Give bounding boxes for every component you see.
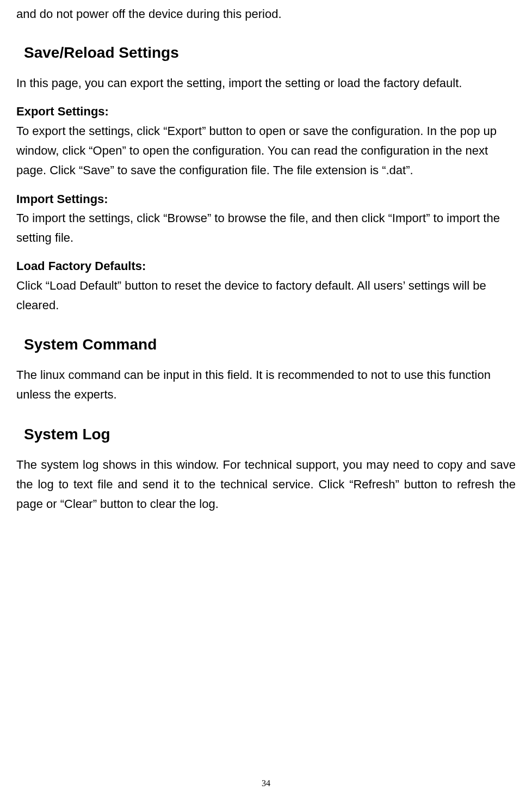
subheading-load-defaults: Load Factory Defaults: [16,256,516,275]
block-load-defaults: Load Factory Defaults: Click “Load Defau… [16,256,516,315]
heading-system-log: System Log [24,426,516,443]
para-system-log-body: The system log shows in this window. For… [16,455,516,514]
fragment-previous-page: and do not power off the device during t… [16,4,516,23]
para-load-defaults-body: Click “Load Default” button to reset the… [16,276,516,316]
para-import-body: To import the settings, click “Browse” t… [16,209,516,248]
block-import-settings: Import Settings: To import the settings,… [16,189,516,248]
heading-system-command: System Command [24,336,516,353]
heading-save-reload: Save/Reload Settings [24,44,516,62]
para-system-command-body: The linux command can be input in this f… [16,365,516,405]
page-number: 34 [0,779,532,788]
para-save-reload-intro: In this page, you can export the setting… [16,73,516,93]
subheading-import: Import Settings: [16,189,516,209]
block-export-settings: Export Settings: To export the settings,… [16,102,516,180]
subheading-export: Export Settings: [16,102,516,121]
para-export-body: To export the settings, click “Export” b… [16,121,516,181]
